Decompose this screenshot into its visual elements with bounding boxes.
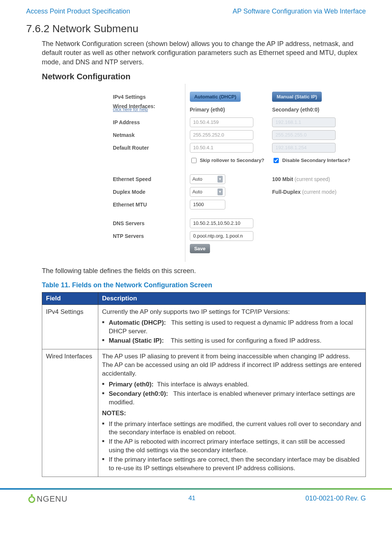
section-heading: 7.6.2 Network Submenu [26, 23, 366, 35]
network-config-screenshot: Network Configuration IPv4 Settings Wire… [42, 72, 366, 262]
mtu-input[interactable] [190, 200, 225, 209]
primary-router-input[interactable] [190, 143, 253, 153]
secondary-router-input [272, 143, 336, 153]
brand-logo: NGENU [26, 493, 78, 504]
secondary-ip-input [272, 117, 336, 127]
page-number: 41 [188, 495, 195, 502]
th-field: Field [42, 293, 98, 305]
chevron-down-icon: ▾ [217, 176, 223, 183]
primary-netmask-input[interactable] [190, 130, 253, 140]
col-primary: Primary (eth0) [190, 103, 268, 116]
doc-id: 010-0021-00 Rev. G [305, 495, 366, 502]
speed-hint: 100 Mbit(current speed) [272, 173, 366, 186]
speed-select[interactable]: Auto ▾ [190, 174, 225, 184]
duplex-select[interactable]: Auto ▾ [190, 187, 225, 197]
cell-field: IPv4 Settings [42, 305, 98, 349]
tab-dhcp[interactable]: Automatic (DHCP) [190, 92, 241, 102]
chevron-down-icon: ▾ [217, 189, 223, 195]
header-right: AP Software Configuration via Web Interf… [232, 7, 366, 15]
label-dns: DNS Servers [113, 217, 185, 230]
speed-value: Auto [192, 176, 203, 182]
skip-rollover-checkbox[interactable] [191, 158, 197, 163]
svg-point-1 [31, 494, 33, 496]
duplex-value: Auto [192, 189, 203, 195]
label-blank [113, 154, 185, 167]
label-ntp: NTP Servers [113, 230, 185, 242]
svg-point-0 [29, 497, 35, 502]
disable-secondary-checkbox[interactable] [274, 158, 279, 163]
label-ip: IP Address [113, 116, 185, 129]
cell-field: Wired Interfaces [42, 349, 98, 477]
table-row: IPv4 Settings Currently the AP only supp… [42, 305, 366, 349]
skip-rollover-check[interactable]: Skip rollover to Secondary? [190, 154, 268, 167]
table-row: Wired Interfaces The AP uses IP aliasing… [42, 349, 366, 477]
th-desc: Description [98, 293, 366, 305]
label-ipv4: IPv4 Settings [113, 91, 185, 103]
col-secondary: Secondary (eth0:0) [272, 103, 366, 116]
cell-desc: The AP uses IP aliasing to prevent it fr… [98, 349, 366, 477]
primary-ip-input[interactable] [190, 117, 253, 127]
label-mtu: Ethernet MTU [113, 198, 185, 211]
header-left: Access Point Product Specification [26, 7, 130, 15]
disable-secondary-label: Disable Secondary Interface? [282, 157, 350, 163]
nc-title: Network Configuration [42, 72, 366, 82]
duplex-hint: Full-Duplex(current mode) [272, 186, 366, 198]
label-netmask: Netmask [113, 129, 185, 141]
section-intro: The Network Configuration screen (shown … [42, 39, 366, 67]
svg-text:NGENU: NGENU [37, 494, 67, 504]
secondary-netmask-input [272, 130, 336, 140]
tab-manual[interactable]: Manual (Static IP) [272, 92, 321, 102]
label-duplex: Duplex Mode [113, 186, 185, 198]
fields-table: Field Description IPv4 Settings Currentl… [42, 292, 366, 477]
cell-desc: Currently the AP only supports two IP se… [98, 305, 366, 349]
label-speed: Ethernet Speed [113, 173, 185, 186]
disable-secondary-check[interactable]: Disable Secondary Interface? [272, 154, 366, 167]
table-lead: The following table defines the fields o… [42, 266, 366, 275]
dns-input[interactable] [190, 218, 253, 228]
table-caption: Table 11. Fields on the Network Configur… [42, 281, 366, 289]
ntp-input[interactable] [190, 231, 253, 241]
label-router: Default Router [113, 141, 185, 154]
skip-rollover-label: Skip rollover to Secondary? [200, 157, 265, 163]
save-button[interactable]: Save [190, 244, 210, 253]
